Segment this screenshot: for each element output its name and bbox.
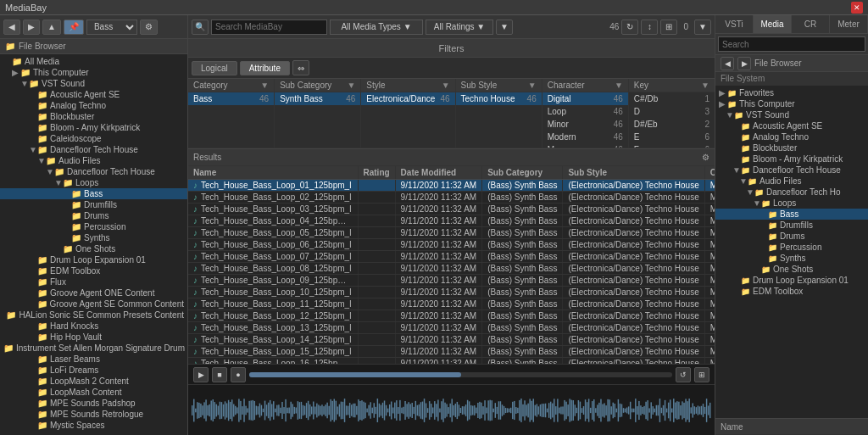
right-tree-item[interactable]: ▼ 📁 Audio Files: [715, 176, 868, 187]
left-tree-item[interactable]: 📁 Mystic Spaces: [0, 420, 187, 431]
right-tree-item[interactable]: 📁 Drum Loop Expansion 01: [715, 275, 868, 286]
right-tree-item[interactable]: 📁 Synths: [715, 253, 868, 264]
right-tree-item[interactable]: 📁 Percussion: [715, 242, 868, 253]
right-tab-vsti[interactable]: VSTi: [715, 15, 754, 33]
attribute-tab[interactable]: Attribute: [240, 61, 290, 75]
table-row[interactable]: ♪Tech_House_Bass_Loop_16_125bpm_C 9/11/2…: [188, 358, 715, 365]
left-tree-item[interactable]: ▼ 📁 Dancefloor Tech House: [0, 144, 187, 155]
media-types-dropdown[interactable]: All Media Types ▼: [330, 20, 423, 35]
table-row[interactable]: ♪Tech_House_Bass_Loop_08_125bpm_l 9/11/2…: [188, 263, 715, 275]
filter-item[interactable]: E6: [629, 131, 715, 143]
right-fwd-btn[interactable]: ▶: [737, 57, 751, 70]
table-row[interactable]: ♪Tech_House_Bass_Loop_15_125bpm_l 9/11/2…: [188, 346, 715, 358]
results-table-wrap[interactable]: NameRatingDate ModifiedSub CategorySub S…: [188, 166, 715, 364]
loop-button[interactable]: ↺: [676, 367, 691, 382]
table-row[interactable]: ♪Tech_House_Bass_Loop_05_125bpm_l 9/11/2…: [188, 227, 715, 239]
right-tree-item[interactable]: ▼ 📁 VST Sound: [715, 109, 868, 120]
left-tree-item[interactable]: 📁 EDM Toolbox: [0, 265, 187, 276]
logical-tab[interactable]: Logical: [192, 61, 237, 75]
results-col-header[interactable]: Date Modified: [395, 166, 482, 180]
left-tree-item[interactable]: 📁 Synths: [0, 232, 187, 243]
mediabay-search-input[interactable]: [211, 20, 327, 35]
left-tree-item[interactable]: 📁 Drums: [0, 210, 187, 221]
right-tree-item[interactable]: ▼ 📁 Loops: [715, 198, 868, 209]
left-tree-item[interactable]: 📁 Hard Knocks: [0, 321, 187, 332]
results-col-header[interactable]: Name: [188, 166, 358, 180]
right-tree-item[interactable]: 📁 Acoustic Agent SE: [715, 120, 868, 131]
table-row[interactable]: ♪Tech_House_Bass_Loop_14_125bpm_l 9/11/2…: [188, 334, 715, 346]
left-tree-item[interactable]: ▶ 📁 This Computer: [0, 67, 187, 78]
filter-item[interactable]: Minor46: [542, 118, 628, 131]
table-row[interactable]: ♪Tech_House_Bass_Loop_13_125bpm_l 9/11/2…: [188, 322, 715, 334]
left-tree-item[interactable]: 📁 Drumfills: [0, 199, 187, 210]
left-tree-item[interactable]: 📁 Blockbuster: [0, 111, 187, 122]
filter-item[interactable]: Digital46: [542, 92, 628, 105]
filter-btn[interactable]: ▼: [496, 20, 513, 35]
right-tree-item[interactable]: 📁 One Shots: [715, 264, 868, 275]
left-tree-item[interactable]: 📁 Bass: [0, 188, 187, 199]
left-tree-item[interactable]: 📁 Analog Techno: [0, 100, 187, 111]
results-col-header[interactable]: Sub Category: [482, 166, 563, 180]
back-button[interactable]: ◀: [3, 20, 20, 35]
filter-expand-btn[interactable]: ⇔: [292, 60, 309, 75]
pin-button[interactable]: 📌: [64, 20, 84, 35]
right-tree-item[interactable]: 📁 Analog Techno: [715, 131, 868, 142]
bass-dropdown[interactable]: Bass: [86, 20, 137, 35]
left-tree-item[interactable]: 📁 Caleidoscope: [0, 133, 187, 144]
table-row[interactable]: ♪Tech_House_Bass_Loop_12_125bpm_l 9/11/2…: [188, 310, 715, 322]
file-browser-tree[interactable]: 📁 All Media ▶ 📁 This Computer ▼ 📁 VST So…: [0, 54, 187, 435]
results-col-header[interactable]: Character: [704, 166, 715, 180]
right-tree-item[interactable]: ▼ 📁 Dancefloor Tech Ho: [715, 187, 868, 198]
table-row[interactable]: ♪Tech_House_Bass_Loop_07_125bpm_l 9/11/2…: [188, 251, 715, 263]
right-tab-cr[interactable]: CR: [792, 15, 830, 33]
grid-btn[interactable]: ⊞: [660, 20, 677, 35]
gear-icon[interactable]: ⚙: [702, 153, 709, 162]
filter-item[interactable]: Synth Bass46: [275, 92, 360, 105]
left-tree-item[interactable]: 📁 Groove Agent SE Common Content: [0, 298, 187, 310]
filter-item[interactable]: Electronica/Dance46: [361, 92, 454, 105]
left-tree-item[interactable]: 📁 Percussion: [0, 221, 187, 232]
forward-button[interactable]: ▶: [23, 20, 40, 35]
right-tree-item[interactable]: 📁 Blockbuster: [715, 142, 868, 153]
left-tree-item[interactable]: 📁 LoopMash Content: [0, 387, 187, 398]
sort-btn[interactable]: ↕: [641, 20, 658, 35]
left-tree-item[interactable]: 📁 Groove Agent ONE Content: [0, 287, 187, 298]
table-row[interactable]: ♪Tech_House_Bass_Loop_02_125bpm_l 9/11/2…: [188, 192, 715, 204]
player-progress[interactable]: [249, 372, 672, 377]
table-row[interactable]: ♪Tech_House_Bass_Loop_01_125bpm_l 9/11/2…: [188, 180, 715, 192]
left-tree-item[interactable]: 📁 All Media: [0, 56, 187, 67]
left-tree-item[interactable]: 📁 Hip Hop Vault: [0, 332, 187, 343]
right-search-input[interactable]: [718, 36, 865, 52]
play-button[interactable]: ▶: [193, 367, 209, 382]
refresh-btn[interactable]: ↻: [621, 20, 638, 35]
options-btn[interactable]: ▼: [694, 20, 711, 35]
results-col-header[interactable]: Sub Style: [563, 166, 704, 180]
filter-item[interactable]: C#/Db1: [629, 92, 715, 105]
left-tree-item[interactable]: 📁 Flux: [0, 276, 187, 287]
left-tree-item[interactable]: ▼ 📁 VST Sound: [0, 78, 187, 89]
filter-item[interactable]: Techno House46: [456, 92, 542, 105]
left-tree-item[interactable]: 📁 Acoustic Agent SE: [0, 89, 187, 100]
right-tree-item[interactable]: 📁 EDM Toolbox: [715, 286, 868, 297]
right-back-btn[interactable]: ◀: [721, 57, 734, 70]
right-tree-item[interactable]: 📁 Drums: [715, 231, 868, 242]
results-col-header[interactable]: Rating: [358, 166, 395, 180]
filter-item[interactable]: Mono46: [542, 143, 628, 148]
filter-item[interactable]: Modern46: [542, 131, 628, 143]
right-tree-item[interactable]: ▶ 📁 This Computer: [715, 98, 868, 109]
left-tree-item[interactable]: 📁 Bloom - Amy Kirkpatrick: [0, 122, 187, 133]
filter-item[interactable]: Bass46: [188, 92, 274, 105]
left-tree-item[interactable]: 📁 One Shots: [0, 243, 187, 254]
search-icon-btn[interactable]: 🔍: [192, 20, 209, 35]
left-tree-item[interactable]: 📁 Drum Loop Expansion 01: [0, 254, 187, 265]
waveform-export-button[interactable]: ⊞: [694, 367, 709, 382]
left-tree-item[interactable]: 📁 Instrument Set Allen Morgan Signature …: [0, 343, 187, 354]
left-tree-item[interactable]: ▼ 📁 Audio Files: [0, 155, 187, 166]
settings-button[interactable]: ⚙: [140, 20, 158, 35]
right-tree-item[interactable]: 📁 Drumfills: [715, 220, 868, 231]
left-tree-item[interactable]: 📁 MPE Sounds Retrologue: [0, 409, 187, 420]
stop-button[interactable]: ■: [212, 367, 227, 382]
table-row[interactable]: ♪Tech_House_Bass_Loop_06_125bpm_l 9/11/2…: [188, 239, 715, 251]
table-row[interactable]: ♪Tech_House_Bass_Loop_03_125bpm_l 9/11/2…: [188, 204, 715, 215]
left-tree-item[interactable]: ▼ 📁 Loops: [0, 177, 187, 188]
